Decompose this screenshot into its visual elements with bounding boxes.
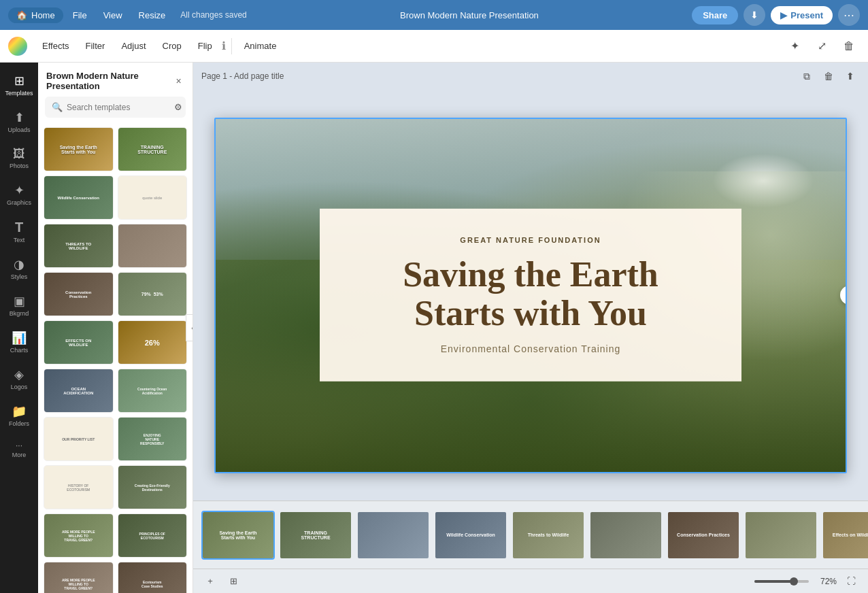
filmstrip-thumb-7: Conservation Practices [668, 512, 739, 558]
share-button[interactable]: Share [692, 6, 738, 24]
graphics-icon: ✦ [14, 183, 24, 198]
template-row-4: ConservationPractices 79% 53% [44, 272, 187, 316]
templates-grid: Saving the EarthStarts with You TRAINING… [38, 124, 193, 593]
hide-panel-button[interactable]: ‹ [186, 314, 193, 341]
fullscreen-icon: ⛶ [847, 576, 856, 586]
template-thumb-3[interactable]: Wildlife Conservation [44, 175, 114, 220]
filmstrip-slide-7[interactable]: Conservation Practices [667, 511, 740, 560]
photos-label: Photos [10, 163, 29, 169]
template-thumb-8[interactable]: 79% 53% [118, 272, 188, 316]
search-bar: 🔍 ⚙ [45, 97, 186, 118]
present-icon: ▶ [780, 10, 787, 20]
filmstrip-slide-4[interactable]: Wildlife Conservation [434, 511, 507, 560]
filmstrip-slide-8[interactable] [744, 511, 818, 560]
template-thumb-12[interactable]: Countering OceanAcidification [118, 369, 188, 413]
template-thumb-18[interactable]: PRINCIPLES OFECOTOURISM [118, 513, 188, 558]
more-icon: ⋯ [844, 9, 854, 22]
sidebar-item-background[interactable]: ▣ Bkgrnd [3, 288, 35, 322]
filmstrip-thumb-8 [746, 512, 816, 558]
sidebar-item-photos[interactable]: 🖼 Photos [3, 141, 35, 175]
filmstrip-slide-6[interactable] [589, 511, 663, 560]
zoom-label: 72% [813, 577, 837, 586]
template-thumb-14[interactable]: ENJOYINGNATURERESPONSIBLY [118, 417, 188, 461]
home-button[interactable]: 🏠 Home [8, 7, 63, 23]
template-thumb-16[interactable]: Creating Eco-FriendlyDestinations [118, 465, 188, 509]
templates-panel: Brown Modern Nature Presentation × 🔍 ⚙ S… [38, 63, 193, 593]
more-page-button[interactable]: ⬆ [841, 67, 860, 86]
main-layout: ⊞ Templates ⬆ Uploads 🖼 Photos ✦ Graphic… [0, 63, 868, 593]
sidebar-item-text[interactable]: T Text [3, 214, 35, 249]
zoom-slider[interactable] [754, 580, 809, 583]
logos-icon: ◈ [14, 367, 24, 382]
filter-button[interactable]: Filter [79, 37, 112, 54]
filmstrip-thumb-9: Effects on Wildlife 26% [823, 512, 868, 558]
template-thumb-20[interactable]: EcotourismCase Studies [118, 562, 188, 593]
view-menu[interactable]: View [97, 7, 129, 23]
toolbar-right: ✦ ⤢ 🗑 [784, 35, 860, 57]
filmstrip: Saving the EarthStarts with You TRAINING… [193, 501, 868, 569]
delete-page-button[interactable]: 🗑 [819, 67, 838, 86]
sidebar-item-charts[interactable]: 📊 Charts [3, 325, 35, 359]
template-row-3: THREATS TOWILDLIFE [44, 224, 187, 268]
filmstrip-thumb-3 [358, 512, 429, 558]
sidebar-item-more[interactable]: ··· More [3, 435, 35, 464]
download-button[interactable]: ⬇ [744, 4, 765, 26]
panel-close-button[interactable]: × [173, 74, 184, 88]
more-options-button[interactable]: ⋯ [838, 4, 860, 26]
template-thumb-6[interactable] [118, 224, 188, 268]
toolbar-divider [231, 38, 232, 54]
animate-button[interactable]: Animate [237, 37, 284, 54]
more-label: More [12, 452, 27, 458]
info-icon[interactable]: ℹ [222, 39, 226, 52]
duplicate-page-button[interactable]: ⧉ [797, 67, 816, 86]
background-icon: ▣ [14, 294, 25, 309]
trash-button[interactable]: 🗑 [838, 35, 860, 57]
resize-menu[interactable]: Resize [132, 7, 173, 23]
effects-button[interactable]: Effects [35, 37, 76, 54]
filmstrip-slide-9[interactable]: Effects on Wildlife 26% [822, 511, 868, 560]
template-thumb-4[interactable]: quote slide [118, 175, 188, 220]
template-thumb-17[interactable]: ARE MORE PEOPLEWILLING TOTRAVEL GREEN? [44, 513, 114, 558]
template-thumb-1[interactable]: Saving the EarthStarts with You [44, 127, 114, 171]
fullscreen-button[interactable]: ⛶ [842, 573, 860, 590]
template-thumb-2[interactable]: TRAININGSTRUCTURE [118, 127, 188, 171]
sidebar-item-logos[interactable]: ◈ Logos [3, 362, 35, 396]
template-row-7: OUR PRIORITY LIST ENJOYINGNATURERESPONSI… [44, 417, 187, 461]
template-thumb-9[interactable]: EFFECTS ONWILDLIFE [44, 320, 114, 365]
template-thumb-19[interactable]: ARE MORE PEOPLEWILLING TOTRAVEL GREEN? [44, 562, 114, 593]
grid-view-button[interactable]: ⊞ [224, 573, 242, 590]
template-thumb-5[interactable]: THREATS TOWILDLIFE [44, 224, 114, 268]
filmstrip-thumb-2: TRAININGSTRUCTURE [280, 512, 351, 558]
add-page-button[interactable]: + [201, 573, 219, 590]
share-alt-button[interactable]: ⤢ [811, 35, 833, 57]
adjust-button[interactable]: Adjust [114, 37, 152, 54]
template-thumb-11[interactable]: OCEANACIDIFICATION [44, 369, 114, 413]
filmstrip-slide-2[interactable]: TRAININGSTRUCTURE [279, 511, 352, 560]
filmstrip-slide-3[interactable] [356, 511, 430, 560]
sidebar-item-folders[interactable]: 📁 Folders [3, 399, 35, 433]
crop-button[interactable]: Crop [156, 37, 188, 54]
zoom-control: 72% [754, 577, 837, 586]
sidebar-item-templates[interactable]: ⊞ Templates [3, 68, 35, 102]
present-button[interactable]: ▶ Present [771, 6, 833, 24]
filmstrip-thumb-1: Saving the EarthStarts with You [203, 512, 273, 558]
styles-icon: ◑ [14, 257, 24, 272]
zoom-thumb[interactable] [790, 577, 798, 586]
slide-container[interactable]: GREAT NATURE FOUNDATION Saving the Earth… [214, 118, 847, 473]
template-thumb-7[interactable]: ConservationPractices [44, 272, 114, 316]
search-input[interactable] [67, 103, 169, 112]
sidebar-item-styles[interactable]: ◑ Styles [3, 252, 35, 286]
filmstrip-slide-1[interactable]: Saving the EarthStarts with You [201, 511, 275, 560]
file-menu[interactable]: File [66, 7, 94, 23]
sidebar-item-graphics[interactable]: ✦ Graphics [3, 177, 35, 211]
filmstrip-slide-5[interactable]: Threats to Wildlife [512, 511, 585, 560]
flip-button[interactable]: Flip [191, 37, 219, 54]
filter-icon[interactable]: ⚙ [173, 101, 184, 114]
template-thumb-10[interactable]: 26% [118, 320, 188, 365]
slide-text-box[interactable]: GREAT NATURE FOUNDATION Saving the Earth… [320, 209, 741, 382]
magic-wand-button[interactable]: ✦ [784, 35, 805, 57]
graphics-label: Graphics [7, 199, 31, 206]
template-thumb-13[interactable]: OUR PRIORITY LIST [44, 417, 114, 461]
sidebar-item-uploads[interactable]: ⬆ Uploads [3, 105, 35, 139]
template-thumb-15[interactable]: HISTORY OFECOTOURISM [44, 465, 114, 509]
